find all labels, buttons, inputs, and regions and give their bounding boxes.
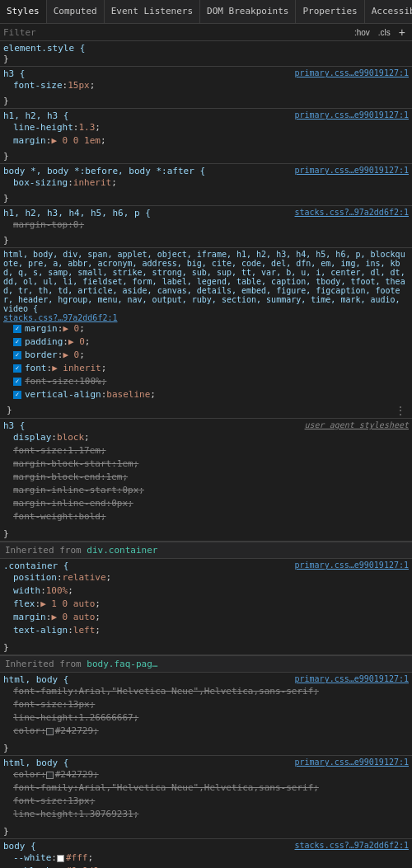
closing-brace: } xyxy=(0,824,412,838)
prop-value: #fff xyxy=(66,852,88,865)
prop-colon: : xyxy=(63,335,68,349)
rule-body: display: block; font-size: 1.17em; margi… xyxy=(0,431,412,527)
prop-semi: ; xyxy=(133,808,139,821)
source-link[interactable]: primary.css…e99019127:1 xyxy=(295,68,409,77)
prop-name: font-weight xyxy=(13,510,73,523)
prop-value: inherit xyxy=(73,176,111,190)
rule-header: .container { primary.css…e99019127:1 xyxy=(0,559,412,571)
prop-checkbox[interactable] xyxy=(13,391,21,399)
prop-name: margin-block-start xyxy=(13,457,111,471)
prop-colon: : xyxy=(58,349,63,362)
prop-value: ▶ 0 xyxy=(63,322,79,335)
rule-body: font-size: 15px; xyxy=(0,79,412,96)
color-swatch[interactable] xyxy=(46,728,54,735)
prop-semi: ; xyxy=(101,362,107,375)
prop-line-height: line-height: 1.30769231; xyxy=(13,808,409,821)
prop-checkbox[interactable] xyxy=(13,378,21,386)
prop-name: box-sizing xyxy=(13,176,68,190)
prop-semi: ; xyxy=(313,781,319,795)
prop-line-height: line-height: 1.3; xyxy=(13,121,409,134)
prop-semi: ; xyxy=(313,685,319,698)
source-link[interactable]: primary.css…e99019127:1 xyxy=(295,166,409,175)
prop-semi: ; xyxy=(90,795,96,808)
prop-value: ▶ 0 0 1em xyxy=(51,134,101,148)
closing-brace: } xyxy=(0,151,412,163)
tab-dom-breakpoints[interactable]: DOM Breakpoints xyxy=(200,0,296,23)
prop-semi: ; xyxy=(150,388,156,401)
color-swatch[interactable] xyxy=(46,772,54,779)
h1-h6-p-rule: h1, h2, h3, h4, h5, h6, p { stacks.css?…… xyxy=(0,206,412,248)
tab-styles[interactable]: Styles xyxy=(0,0,47,23)
source-link[interactable]: primary.css…e99019127:1 xyxy=(295,561,409,570)
inherited-class[interactable]: body.faq-pag… xyxy=(87,659,157,669)
hov-button[interactable]: :hov xyxy=(351,26,373,39)
prop-value: 1.26666667 xyxy=(78,711,133,725)
container-rule: .container { primary.css…e99019127:1 pos… xyxy=(0,559,412,655)
source-link[interactable]: stacks.css?…97a2dd6f2:1 xyxy=(3,313,117,322)
source-link[interactable]: stacks.css?…97a2dd6f2:1 xyxy=(295,841,409,850)
prop-colon: : xyxy=(57,571,63,584)
prop-value: Arial,"Helvetica Neue",Helvetica,sans-se… xyxy=(78,685,313,698)
prop-font-family: font-family: Arial,"Helvetica Neue",Helv… xyxy=(13,685,409,698)
source-link[interactable]: stacks.css?…97a2dd6f2:1 xyxy=(295,208,409,217)
prop-checkbox[interactable] xyxy=(13,325,21,333)
prop-name: text-align xyxy=(13,624,68,637)
prop-name: position xyxy=(13,571,57,584)
prop-text-align: text-align: left; xyxy=(13,624,409,637)
prop-semi: ; xyxy=(78,218,84,232)
selector: h3 { xyxy=(3,68,26,79)
body-before-after-rule: body *, body *:before, body *:after { pr… xyxy=(0,164,412,206)
prop-name: width xyxy=(13,584,40,598)
rule-header: element.style { xyxy=(0,41,412,54)
closing-brace: } xyxy=(0,193,412,205)
rule-body: line-height: 1.3; margin: ▶ 0 0 1em; xyxy=(0,121,412,151)
prop-colon: : xyxy=(73,510,79,523)
prop-flex: flex: ▶ 1 0 auto; xyxy=(13,598,409,611)
prop-value: 13px xyxy=(68,795,90,808)
add-rule-button[interactable]: + xyxy=(396,26,409,39)
color-swatch[interactable] xyxy=(57,855,64,862)
filter-input[interactable] xyxy=(3,27,351,38)
h3-user-agent-rule: h3 { user agent stylesheet display: bloc… xyxy=(0,419,412,542)
prop-colon: : xyxy=(63,698,68,711)
prop-value: 1em xyxy=(106,471,123,484)
source-link[interactable]: primary.css…e99019127:1 xyxy=(295,674,409,683)
tab-properties[interactable]: Properties xyxy=(296,0,364,23)
prop-semi: ; xyxy=(133,711,139,725)
source-link[interactable]: primary.css…e99019127:1 xyxy=(295,758,409,767)
rule-header: h3 { user agent stylesheet xyxy=(0,419,412,431)
prop-checkbox[interactable] xyxy=(13,364,21,373)
selector: h1, h2, h3 { xyxy=(3,110,68,121)
prop-vertical-align: vertical-align: baseline; xyxy=(13,388,409,401)
inherited-class[interactable]: div.container xyxy=(87,545,157,556)
prop-margin-top: margin-top: 0; xyxy=(13,218,409,232)
tab-event-listeners[interactable]: Event Listeners xyxy=(105,0,200,23)
rule-header: h1, h2, h3, h4, h5, h6, p { stacks.css?…… xyxy=(0,206,412,218)
cls-button[interactable]: .cls xyxy=(375,26,394,39)
closing-brace: } xyxy=(0,741,412,755)
prop-semi: ; xyxy=(95,624,101,637)
tab-accessibility[interactable]: Accessibility xyxy=(365,0,412,23)
prop-margin-inline-start: margin-inline-start: 0px; xyxy=(13,484,409,497)
rule-body: --white: #fff; --black: #0c0d0e; xyxy=(0,852,412,868)
prop-value: baseline xyxy=(106,388,150,401)
tab-computed[interactable]: Computed xyxy=(47,0,105,23)
rule-body: margin: ▶ 0; padding: ▶ 0; border: ▶ 0; … xyxy=(0,322,412,405)
source-link[interactable]: primary.css…e99019127:1 xyxy=(295,110,409,120)
prop-colon: : xyxy=(68,218,73,232)
prop-semi: ; xyxy=(104,865,110,868)
prop-padding: padding: ▶ 0; xyxy=(13,335,409,349)
prop-checkbox[interactable] xyxy=(13,351,21,359)
prop-colon: : xyxy=(73,711,79,725)
prop-value: 100% xyxy=(46,584,68,598)
prop-semi: ; xyxy=(133,457,139,471)
prop-width: width: 100%; xyxy=(13,584,409,598)
prop-colon: : xyxy=(73,121,79,134)
prop-colon: : xyxy=(40,584,46,598)
closing-brace: } xyxy=(0,640,412,655)
prop-colon: : xyxy=(117,484,123,497)
more-dots[interactable]: ⋮ xyxy=(396,405,405,416)
prop-checkbox[interactable] xyxy=(13,338,21,346)
prop-value: ▶ inherit xyxy=(52,362,101,375)
prop-value: 1.17em xyxy=(68,444,101,457)
